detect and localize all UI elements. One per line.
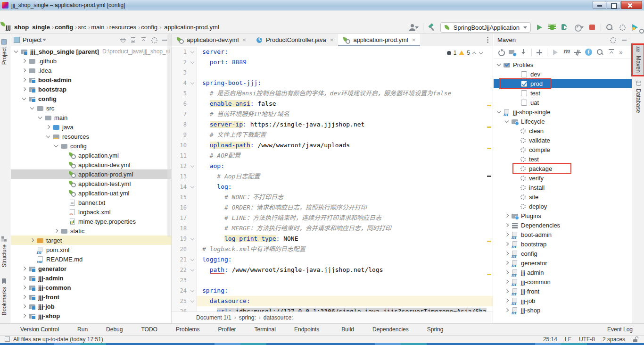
expand-arrow-icon[interactable] [38,115,43,120]
expand-arrow-icon[interactable] [496,109,502,115]
build-hammer-icon[interactable] [428,23,436,32]
code-line[interactable]: 23 [172,275,493,286]
search-icon[interactable] [605,23,614,32]
breadcrumb-item[interactable]: src › [78,24,91,31]
status-icon[interactable] [5,337,10,342]
maven-tree-row[interactable]: Plugins [494,211,632,220]
project-tree-row[interactable]: resources [11,132,171,141]
menu-item[interactable] [79,15,88,17]
expand-arrow-icon[interactable] [504,270,510,275]
settings-icon[interactable] [618,23,627,32]
expand-arrow-icon[interactable] [504,119,510,124]
fold-marker[interactable] [189,47,197,57]
project-tree-row[interactable]: target [11,236,171,245]
expand-arrow-icon[interactable] [504,72,510,77]
project-tree-row[interactable]: application-test.yml [11,179,171,188]
expand-arrow-icon[interactable] [14,49,19,54]
expand-arrow-icon[interactable] [62,219,67,224]
project-tree-row[interactable]: jjj-job [11,302,171,311]
expand-arrow-icon[interactable] [22,285,27,290]
lock-icon[interactable] [633,337,638,342]
breadcrumb-item[interactable]: main › [91,24,108,31]
line-separator[interactable]: LF [565,336,571,343]
code-line[interactable]: 19 log-print-type: NONE [172,234,493,244]
expand-arrow-icon[interactable] [22,87,27,92]
expand-arrow-icon[interactable] [62,181,67,186]
line-number[interactable]: 7 [172,109,189,119]
code-line[interactable]: 7 # 当前环境服务IP地址/域名 [172,109,493,119]
fold-marker[interactable] [189,296,197,306]
project-tree-row[interactable]: static [11,226,171,236]
project-tree-row[interactable]: src [11,103,171,113]
panel-settings-icon[interactable] [150,36,158,44]
expand-arrow-icon[interactable] [504,232,510,237]
project-tree-row[interactable]: jjj_shop_single [parent] D:\product_java… [11,47,171,56]
line-number[interactable]: 23 [172,275,189,286]
project-tree-row[interactable]: jjj-shop [11,311,171,320]
expand-arrow-icon[interactable] [62,153,67,158]
breadcrumb-item[interactable]: config › [141,24,161,31]
maven-tree-row[interactable]: deploy [494,202,632,211]
expand-arrow-icon[interactable] [54,228,59,234]
tool-stripe-maven[interactable]: Maven [632,44,644,76]
expand-arrow-icon[interactable] [512,157,518,162]
warning-stripe-mark[interactable] [487,105,491,106]
expand-arrow-icon[interactable] [512,204,518,209]
coverage-button[interactable] [561,23,569,32]
project-tree-row[interactable]: mime-type.properties [11,217,171,226]
editor-breadcrumb-item[interactable]: datasource:› [264,314,293,321]
breadcrumb-item[interactable]: resources › [109,24,140,31]
line-number[interactable]: 8 [172,119,189,130]
tool-stripe-project[interactable]: Project [1,39,8,65]
code-line[interactable]: 20# logback.xml中有详细的日志配置 [172,244,493,254]
expand-arrow-icon[interactable] [504,100,510,105]
code-line[interactable]: 18 # MERGE：方法执行结束时，合并请求和响应日志，同时打印 [172,223,493,234]
code-line[interactable]: 6 enable-ansi: false [172,99,493,109]
line-number[interactable]: 19 [172,234,189,244]
expand-arrow-icon[interactable] [62,191,67,196]
run-config-select[interactable]: SpringBootJjjApplication [440,22,531,33]
line-number[interactable]: 24 [172,286,189,296]
code-editor[interactable]: 1server:2 port: 888934spring-boot-jjj:5 … [172,47,493,311]
code-line[interactable]: 2 port: 8889 [172,57,493,67]
code-line[interactable]: 8 server-ip: https://single-java.jjjshop… [172,119,493,130]
line-number[interactable]: 6 [172,99,189,109]
tool-window-button[interactable]: Terminal [241,326,281,333]
maven-tree-row[interactable]: generator [494,258,632,268]
code-line[interactable]: 10 upload-path: /www/wwwroot/java/upload… [172,140,493,151]
close-tab-icon[interactable]: × [412,36,416,43]
maven-profile-settings-icon[interactable] [508,48,517,57]
expand-arrow-icon[interactable] [22,266,27,271]
maven-tree-row[interactable]: test [494,154,632,164]
code-line[interactable]: 11 # AOP配置 [172,151,493,161]
tool-window-button[interactable]: Endpoints [281,326,324,333]
line-number[interactable]: 21 [172,254,189,265]
fold-marker[interactable] [189,182,197,192]
maven-tree-row[interactable]: package [494,164,632,173]
line-number[interactable]: 4 [172,78,189,88]
tool-stripe-bookmarks[interactable]: Bookmarks [1,278,8,315]
close-tab-icon[interactable]: × [242,36,246,43]
inspection-widget[interactable]: 1 5 [445,49,485,57]
stop-button[interactable] [588,23,596,32]
expand-arrow-icon[interactable] [62,200,67,205]
offline-mode-icon[interactable] [584,48,594,57]
caret-position[interactable]: 25:14 [543,336,557,343]
line-number[interactable]: 20 [172,244,189,254]
expand-arrow-icon[interactable] [504,298,510,303]
maven-tree-row[interactable]: verify [494,173,632,183]
maven-collapse-all-icon[interactable] [607,48,616,57]
code-line[interactable]: 12 aop: [172,161,493,171]
expand-arrow-icon[interactable] [496,62,502,67]
close-tab-icon[interactable]: × [330,36,334,43]
menu-item[interactable] [54,15,62,17]
fold-marker[interactable] [189,265,197,275]
project-tree-row[interactable]: jjj-common [11,283,171,292]
line-number[interactable]: 25 [172,296,189,306]
tool-window-button[interactable]: Problems [162,326,205,333]
line-number[interactable]: 5 [172,88,189,99]
expand-arrow-icon[interactable] [46,134,51,139]
execute-goal-icon[interactable] [561,48,571,57]
project-tree-row[interactable]: config [11,94,171,103]
line-number[interactable]: 10 [172,140,189,151]
